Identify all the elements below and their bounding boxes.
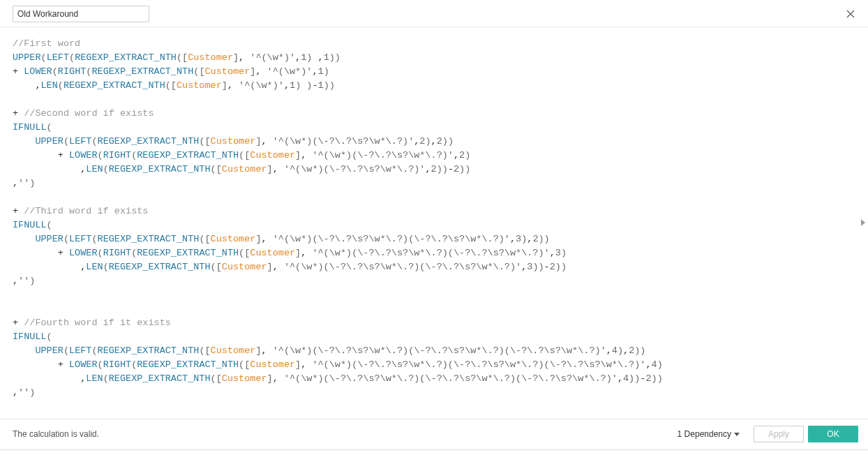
svg-marker-3 bbox=[734, 433, 740, 436]
expand-handle-icon[interactable] bbox=[859, 216, 867, 231]
dependency-dropdown[interactable]: 1 Dependency bbox=[678, 429, 740, 439]
calculation-name-input[interactable] bbox=[13, 6, 149, 22]
close-icon[interactable] bbox=[843, 6, 858, 22]
ok-button[interactable]: OK bbox=[808, 426, 858, 442]
dialog-footer: The calculation is valid. 1 Dependency A… bbox=[0, 419, 868, 448]
apply-button[interactable]: Apply bbox=[754, 426, 804, 442]
svg-marker-2 bbox=[861, 219, 865, 226]
dialog-header bbox=[0, 0, 868, 27]
chevron-down-icon bbox=[734, 429, 740, 439]
validation-status: The calculation is valid. bbox=[13, 429, 99, 439]
background-worksheet bbox=[0, 450, 868, 455]
calculation-editor-dialog: //First word UPPER(LEFT(REGEXP_EXTRACT_N… bbox=[0, 0, 868, 450]
formula-text[interactable]: //First word UPPER(LEFT(REGEXP_EXTRACT_N… bbox=[13, 37, 855, 400]
dependency-label: 1 Dependency bbox=[678, 429, 731, 439]
formula-editor[interactable]: //First word UPPER(LEFT(REGEXP_EXTRACT_N… bbox=[0, 27, 868, 419]
